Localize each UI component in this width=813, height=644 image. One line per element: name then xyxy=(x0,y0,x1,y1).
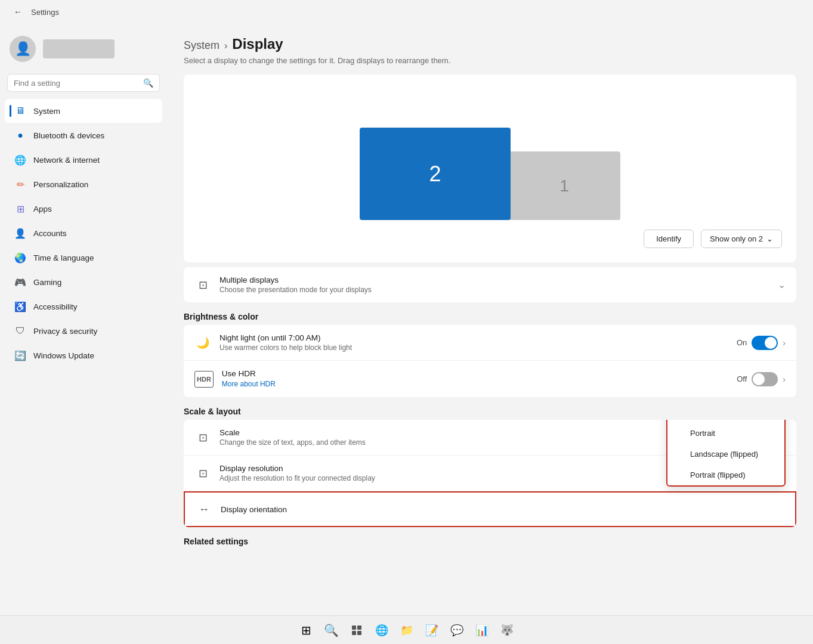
night-light-subtitle: Use warmer colors to help block blue lig… xyxy=(220,343,728,352)
sidebar-item-label: Accessibility xyxy=(33,302,78,311)
resolution-icon: ⊡ xyxy=(194,465,211,482)
scale-text: Scale Change the size of text, apps, and… xyxy=(220,428,668,447)
sidebar-item-system[interactable]: 🖥 System xyxy=(5,99,162,123)
sidebar-item-apps[interactable]: ⊞ Apps xyxy=(5,197,162,221)
accounts-icon: 👤 xyxy=(14,227,26,239)
multiple-displays-subtitle: Choose the presentation mode for your di… xyxy=(220,286,769,294)
expand-icon[interactable]: ⌄ xyxy=(778,279,786,290)
monitor-1[interactable]: 1 xyxy=(508,151,620,220)
sidebar-item-bluetooth[interactable]: ● Bluetooth & devices xyxy=(5,123,162,147)
monitor-area: 2 1 xyxy=(198,89,782,220)
hdr-text: Use HDR More about HDR xyxy=(222,369,728,389)
hdr-status: Off xyxy=(737,374,747,383)
sidebar-item-label: Time & language xyxy=(33,253,94,262)
orientation-option-portrait[interactable]: Portrait xyxy=(667,423,784,444)
sidebar-item-label: Gaming xyxy=(33,278,61,287)
update-icon: 🔄 xyxy=(14,349,26,361)
sidebar-item-label: Personalization xyxy=(33,180,88,189)
orientation-option-label: Portrait (flipped) xyxy=(690,470,745,479)
svg-rect-3 xyxy=(357,631,361,635)
accessibility-icon: ♿ xyxy=(14,301,26,312)
monitor-2[interactable]: 2 xyxy=(360,128,511,220)
sidebar-item-time[interactable]: 🌏 Time & language xyxy=(5,246,162,270)
back-button[interactable]: ← xyxy=(10,4,26,20)
taskbar: ⊞ 🔍 🌐 📁 📝 💬 📊 🐺 xyxy=(0,615,813,644)
search-box[interactable]: 🔍 xyxy=(7,74,160,92)
show-only-button[interactable]: Show only on 2 ⌄ xyxy=(701,230,782,248)
sidebar-item-privacy[interactable]: 🛡 Privacy & security xyxy=(5,319,162,343)
orientation-option-portrait-flipped[interactable]: Portrait (flipped) xyxy=(667,465,784,485)
night-light-right: On › xyxy=(737,336,786,350)
system-icon: 🖥 xyxy=(14,105,26,117)
hdr-row[interactable]: HDR Use HDR More about HDR Off › xyxy=(184,361,796,397)
edge-browser[interactable]: 🌐 xyxy=(371,620,392,641)
hdr-toggle[interactable] xyxy=(752,372,778,386)
night-light-row[interactable]: 🌙 Night light (on until 7:00 AM) Use war… xyxy=(184,325,796,361)
display-controls: Identify Show only on 2 ⌄ xyxy=(198,230,782,248)
privacy-icon: 🛡 xyxy=(14,325,26,337)
multiple-displays-text: Multiple displays Choose the presentatio… xyxy=(220,275,769,294)
start-button[interactable]: ⊞ xyxy=(296,620,317,641)
scale-icon: ⊡ xyxy=(194,429,211,446)
sidebar-item-label: Accounts xyxy=(33,229,67,238)
hdr-link[interactable]: More about HDR xyxy=(222,380,276,388)
bluetooth-icon: ● xyxy=(14,129,26,141)
scale-layout-heading: Scale & layout xyxy=(184,407,796,416)
personalization-icon: ✏ xyxy=(14,178,26,190)
night-light-title: Night light (on until 7:00 AM) xyxy=(220,333,728,342)
toggle-knob xyxy=(753,373,765,385)
hdr-title: Use HDR xyxy=(222,369,728,378)
sidebar-item-label: Apps xyxy=(33,205,52,213)
hdr-icon: HDR xyxy=(194,371,214,388)
user-name-box xyxy=(43,39,115,58)
sidebar-item-network[interactable]: 🌐 Network & internet xyxy=(5,148,162,172)
page-title: Display xyxy=(232,36,283,52)
scale-layout-card: ⊡ Scale Change the size of text, apps, a… xyxy=(184,420,796,527)
sidebar-item-gaming[interactable]: 🎮 Gaming xyxy=(5,270,162,294)
night-light-toggle[interactable] xyxy=(752,336,778,350)
title-bar: ← Settings xyxy=(0,0,813,24)
multiple-displays-icon: ⊡ xyxy=(194,277,211,293)
sidebar-item-label: Privacy & security xyxy=(33,327,97,336)
brightness-color-card: 🌙 Night light (on until 7:00 AM) Use war… xyxy=(184,325,796,397)
task-view-button[interactable] xyxy=(346,620,367,641)
chevron-right-icon: › xyxy=(783,374,786,384)
multiple-displays-title: Multiple displays xyxy=(220,275,769,284)
apps-app[interactable]: 📊 xyxy=(471,620,493,641)
multiple-displays-row[interactable]: ⊡ Multiple displays Choose the presentat… xyxy=(184,267,796,302)
breadcrumb-arrow: › xyxy=(224,41,227,51)
avatar: 👤 xyxy=(10,36,36,62)
identify-button[interactable]: Identify xyxy=(644,230,694,248)
network-icon: 🌐 xyxy=(14,154,26,166)
night-light-text: Night light (on until 7:00 AM) Use warme… xyxy=(220,333,728,352)
svg-rect-0 xyxy=(352,626,356,630)
chevron-right-icon: › xyxy=(783,338,786,348)
svg-rect-1 xyxy=(357,626,361,630)
sidebar-item-accessibility[interactable]: ♿ Accessibility xyxy=(5,295,162,318)
sidebar: 👤 🔍 🖥 System ● Bluetooth & devices xyxy=(0,24,167,615)
sidebar-item-accounts[interactable]: 👤 Accounts xyxy=(5,221,162,245)
file-explorer[interactable]: 📁 xyxy=(396,620,418,641)
scale-title: Scale xyxy=(220,428,668,437)
sidebar-item-personalization[interactable]: ✏ Personalization xyxy=(5,172,162,196)
sidebar-item-update[interactable]: 🔄 Windows Update xyxy=(5,343,162,367)
search-icon: 🔍 xyxy=(143,78,153,88)
search-input[interactable] xyxy=(14,79,140,88)
hdr-right: Off › xyxy=(737,372,786,386)
discord-app[interactable]: 💬 xyxy=(446,620,468,641)
sidebar-item-label: Bluetooth & devices xyxy=(33,131,104,140)
display-preview-card: 2 1 Identify Show only on 2 ⌄ xyxy=(184,75,796,262)
apps-icon: ⊞ xyxy=(14,203,26,215)
warframe-app[interactable]: 🐺 xyxy=(496,620,518,641)
night-light-status: On xyxy=(737,338,747,347)
sidebar-item-label: Windows Update xyxy=(33,351,94,360)
orientation-row[interactable]: ↔ Display orientation xyxy=(184,491,796,527)
svg-rect-2 xyxy=(352,631,356,635)
resolution-text: Display resolution Adjust the resolution… xyxy=(220,464,716,482)
search-taskbar-button[interactable]: 🔍 xyxy=(321,620,342,641)
scale-subtitle: Change the size of text, apps, and other… xyxy=(220,438,668,447)
word-app[interactable]: 📝 xyxy=(421,620,443,641)
related-settings-heading: Related settings xyxy=(184,537,796,546)
orientation-dropdown: ✓ Landscape Portrait Landscape (flipped)… xyxy=(666,420,786,487)
orientation-option-landscape-flipped[interactable]: Landscape (flipped) xyxy=(667,444,784,465)
